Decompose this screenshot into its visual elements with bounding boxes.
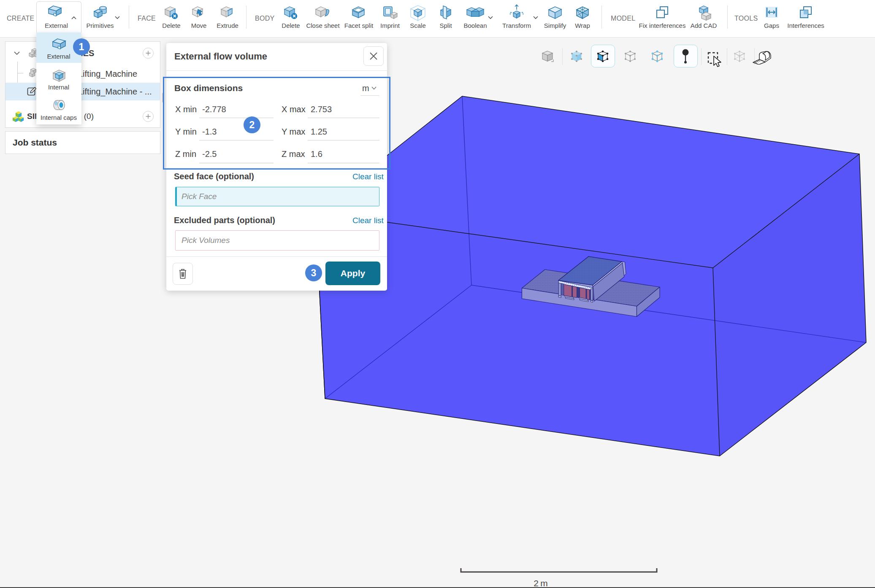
svg-text:2 m: 2 m — [534, 578, 547, 588]
